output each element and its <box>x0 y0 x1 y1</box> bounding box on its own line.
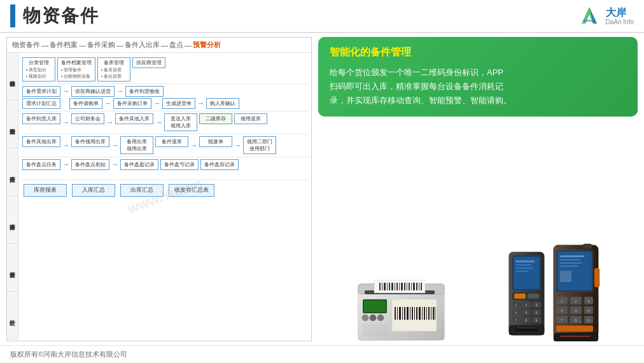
nav-item-2[interactable]: 备件采购 <box>87 40 115 50</box>
svg-text:7: 7 <box>515 318 517 322</box>
svg-rect-44 <box>424 307 425 320</box>
svg-rect-8 <box>379 283 381 290</box>
box-other-out: 备件其他出库 <box>22 136 60 147</box>
nav-item-1[interactable]: 备件档案 <box>50 40 78 50</box>
footer: 版权所有©河南大岸信息技术有限公司 <box>0 345 644 363</box>
devices-area: 1 2 3 4 5 6 7 8 9 <box>318 122 638 341</box>
box-storage-label: 备库管理 <box>101 59 127 66</box>
svg-rect-34 <box>399 307 401 320</box>
svg-rect-46 <box>428 307 430 320</box>
svg-rect-33 <box>397 307 398 320</box>
handheld-group: 1 2 3 4 5 6 7 8 9 <box>506 243 601 341</box>
box-inventory-gain: 备件盘盈记录 <box>120 159 158 170</box>
box-scrap: 报废单 <box>199 136 232 147</box>
svg-point-28 <box>362 315 368 321</box>
svg-point-29 <box>370 315 376 321</box>
section-row-4: 备件其他出库 → 备件领用出库 → 备用出库 领用出库 备件退库 → 报废单 → <box>21 134 309 157</box>
diagram-area: 物资备件 — 备件档案 — 备件采购 — 备件入出库 — 盘点 — 预警分析 备… <box>6 37 312 341</box>
arrow-4d: → <box>234 141 241 149</box>
svg-rect-10 <box>384 283 386 290</box>
svg-rect-27 <box>364 301 386 312</box>
box-classify-sub: • 类型划分• 规格划分 <box>26 67 52 80</box>
box-archive: 备件档案管理 • 管理备件• 台账物联设备 <box>57 57 95 82</box>
arrow-2d: → <box>153 99 160 107</box>
svg-rect-60 <box>515 264 531 266</box>
stat-in: 入库汇总 <box>72 184 115 197</box>
box-set-3: 备件到货入库 → 公司财务会 → 备件其他入库 → 直送入库 领用入库 二级库存… <box>22 113 307 131</box>
svg-rect-43 <box>422 307 423 320</box>
side-labels: 备件基础管理 备件预测管理 备件入库管理 备件出库管理 备件盘点管理 统计分析 <box>7 53 18 339</box>
main-content: 物资备件 — 备件档案 — 备件采购 — 备件入出库 — 盘点 — 预警分析 备… <box>0 33 644 345</box>
svg-rect-38 <box>410 307 410 320</box>
arrow-2e: → <box>197 99 204 107</box>
box-classify-label: 分类管理 <box>26 59 52 66</box>
box-arrival-in: 备件到货入库 <box>22 113 60 124</box>
svg-rect-65 <box>528 294 539 299</box>
box-classify: 分类管理 • 类型划分• 规格划分 <box>22 57 55 82</box>
logo-icon <box>577 4 602 27</box>
svg-text:8: 8 <box>525 318 527 322</box>
box-return-out: 备件退库 <box>155 136 188 147</box>
svg-rect-36 <box>404 307 405 320</box>
box-purchase-req: 备件请购单 <box>69 98 102 109</box>
arrow-2b: → <box>116 87 123 95</box>
diagram-content: www.Yukon 分类管理 • 类型划分• 规格划分 备件档案管理 • 管理备… <box>18 53 311 339</box>
logo-text-group: 大岸 DaAn Info <box>606 6 634 25</box>
diagram-nav: 物资备件 — 备件档案 — 备件采购 — 备件入出库 — 盘点 — 预警分析 <box>7 38 311 53</box>
box-set-2b: 需求计划汇总 备件请购单 → 备件采购订单 → 生成进货单 → 购入库确认 <box>22 98 307 109</box>
side-label-1: 备件预测管理 <box>7 101 18 148</box>
box-out-types: 备用出库 领用出库 <box>120 136 153 154</box>
svg-rect-64 <box>514 294 526 299</box>
svg-rect-18 <box>404 283 405 290</box>
box-inventory-task: 备件盘点任务 <box>22 159 60 170</box>
box-purchase-order: 备件采购订单 <box>113 98 151 109</box>
svg-rect-22 <box>413 283 415 290</box>
nav-item-0[interactable]: 物资备件 <box>12 40 40 50</box>
box-inventory-init: 备件盘点初始 <box>71 159 109 170</box>
printer-illustration <box>355 271 444 341</box>
nav-sep-1: — <box>79 41 86 49</box>
box-arrival-verify: 备件到货验收 <box>125 86 164 97</box>
diagram-body: 备件基础管理 备件预测管理 备件入库管理 备件出库管理 备件盘点管理 统计分析 … <box>7 53 311 339</box>
section-row-3: 备件到货入库 → 公司财务会 → 备件其他入库 → 直送入库 领用入库 二级库存… <box>21 111 309 134</box>
box-gen-receipt: 生成进货单 <box>162 98 195 109</box>
svg-rect-94 <box>560 262 582 264</box>
svg-rect-32 <box>395 307 396 320</box>
arrow-4b: → <box>111 141 118 149</box>
svg-rect-11 <box>387 283 388 290</box>
box-purchase-confirm: 购入库确认 <box>206 98 239 109</box>
handheld-svg-2: 1 2 3 4 5 6 7 8 9 <box>551 243 601 341</box>
svg-rect-42 <box>419 307 421 320</box>
svg-text:6: 6 <box>535 311 537 315</box>
page-header: 物资备件 大岸 DaAn Info <box>0 0 644 33</box>
nav-item-5[interactable]: 预警分析 <box>193 40 221 50</box>
section-row-5: 备件盘点任务 → 备件盘点初始 → 备件盘盈记录 备件盘亏记录 备件盘存记录 <box>21 157 309 180</box>
box-storage-sub: • 备库设置• 备位设置 <box>101 67 127 80</box>
svg-rect-19 <box>407 283 407 290</box>
svg-rect-96 <box>560 271 571 282</box>
info-box: 智能化的备件管理 给每个货位颁发一个唯一二维码身份标识，APP扫码即可出入库，精… <box>318 37 638 117</box>
nav-item-3[interactable]: 备件入出库 <box>125 40 160 50</box>
box-demand-plan: 备件需求计划 <box>22 86 60 97</box>
box-use-out: 备件领用出库 <box>71 136 109 147</box>
box-set-1: 分类管理 • 类型划分• 规格划分 备件档案管理 • 管理备件• 台账物联设备 … <box>22 57 307 82</box>
box-storage: 备库管理 • 备库设置• 备位设置 <box>97 57 130 82</box>
box-supplier: 供应商管理 <box>132 57 165 68</box>
svg-rect-13 <box>391 283 393 290</box>
svg-rect-49 <box>435 307 435 320</box>
svg-point-30 <box>377 315 384 321</box>
arrow-4a: → <box>62 141 69 149</box>
stat-stock: 库存报表 <box>24 184 67 197</box>
arrow-3a: → <box>62 118 69 126</box>
arrow-3b: → <box>106 118 113 126</box>
svg-text:5: 5 <box>525 311 527 315</box>
stat-out: 出库汇总 <box>120 184 164 197</box>
side-label-3: 备件出库管理 <box>7 196 18 244</box>
svg-rect-15 <box>396 283 398 290</box>
nav-sep-4: — <box>185 41 192 49</box>
stat-row: 库存报表 入库汇总 出库汇总 收发存汇总表 <box>22 182 307 199</box>
box-other-in: 备件其他入库 <box>115 113 153 124</box>
logo-area: 大岸 DaAn Info <box>577 4 634 27</box>
svg-rect-12 <box>389 283 390 290</box>
nav-item-4[interactable]: 盘点 <box>169 40 183 50</box>
